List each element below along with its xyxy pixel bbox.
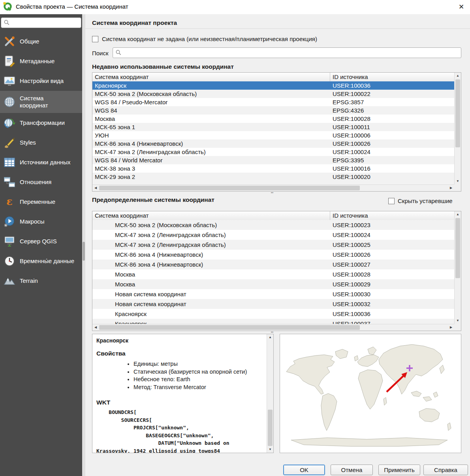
hide-deprecated-checkbox[interactable]: [388, 198, 395, 204]
table-row[interactable]: МСК-86 зона 4 (Нижневартовск)USER:100026: [92, 139, 454, 148]
crs-name-cell: WGS 84 / Pseudo-Mercator: [92, 98, 330, 106]
close-button[interactable]: ✕: [455, 1, 468, 13]
crs-id-cell: USER:100028: [330, 269, 454, 279]
scrollbar-thumb[interactable]: [99, 186, 360, 190]
sidebar-item-terrain[interactable]: Terrain: [0, 271, 82, 291]
sidebar-item-variables[interactable]: εПеременные: [0, 192, 82, 212]
sidebar-item-view-settings[interactable]: Настройки вида: [0, 71, 82, 91]
table-row[interactable]: МСК-47 зона 2 (Ленинградская область)USE…: [92, 230, 454, 240]
column-header-crs[interactable]: Система координат: [92, 73, 330, 81]
table-row[interactable]: МоскваUSER:100029: [92, 279, 454, 289]
table-row[interactable]: МСК-50 зона 2 (Московская область)USER:1…: [92, 220, 454, 230]
table-row[interactable]: МСК-65 зона 1USER:100011: [92, 123, 454, 131]
vertical-scrollbar[interactable]: ▲ ▼: [454, 211, 461, 324]
horizontal-scrollbar[interactable]: ◀ ▶: [92, 184, 454, 191]
search-icon: [115, 49, 122, 56]
scroll-down-icon[interactable]: ▼: [267, 446, 273, 453]
cancel-button[interactable]: Отмена: [331, 465, 373, 475]
table-row[interactable]: Новая система координатUSER:100032: [92, 299, 454, 309]
crs-id-cell: USER:100028: [330, 115, 454, 123]
scroll-left-icon[interactable]: ◀: [92, 324, 99, 331]
recent-table-header: Система координат ID источника: [92, 73, 454, 82]
scroll-left-icon[interactable]: ◀: [92, 185, 99, 191]
table-row[interactable]: МоскваUSER:100028: [92, 115, 454, 123]
crs-name-cell: Москва: [92, 115, 330, 123]
scrollbar-thumb[interactable]: [455, 218, 460, 278]
table-row[interactable]: МСК-29 зона 2USER:100020: [92, 173, 454, 181]
sidebar-item-general[interactable]: Общие: [0, 32, 82, 51]
crs-search-label: Поиск: [92, 50, 109, 56]
column-header-crs[interactable]: Система координат: [92, 211, 330, 220]
column-header-id[interactable]: ID источника: [330, 211, 454, 220]
table-row-partial: [92, 181, 454, 184]
sidebar-scrollbar-thumb[interactable]: [83, 242, 85, 261]
splitter-handle[interactable]: ••: [270, 192, 274, 196]
scroll-right-icon[interactable]: ▶: [448, 185, 454, 191]
sidebar-item-label: Переменные: [20, 198, 55, 205]
table-row[interactable]: УЮНUSER:100006: [92, 131, 454, 139]
table-row[interactable]: КрасноярскUSER:100036: [92, 81, 454, 90]
crs-search-input[interactable]: [113, 47, 461, 58]
recent-crs-table: Система координат ID источника Красноярс…: [92, 72, 461, 192]
table-row[interactable]: Новая система координатUSER:100030: [92, 289, 454, 299]
sidebar-item-qgis-server[interactable]: Сервер QGIS: [0, 231, 82, 251]
horizontal-scrollbar[interactable]: ◀ ▶: [92, 324, 454, 331]
sidebar-item-macros[interactable]: Макросы: [0, 212, 82, 231]
predefined-crs-title: Предопределенные системы координат: [92, 196, 214, 203]
table-row[interactable]: МСК-38 зона 3USER:100016: [92, 164, 454, 173]
scroll-down-icon[interactable]: ▼: [455, 318, 461, 324]
sidebar-item-crs[interactable]: Система координат: [0, 91, 82, 113]
predefined-table-header: Система координат ID источника: [92, 211, 454, 220]
sidebar-item-styles[interactable]: Styles: [0, 133, 82, 152]
world-map: [280, 334, 461, 453]
table-row[interactable]: WGS 84 / Pseudo-MercatorEPSG:3857: [92, 98, 454, 106]
table-row[interactable]: МСК-47 зона 2 (Ленинградская область)USE…: [92, 240, 454, 250]
wkt-title: WKT: [96, 399, 263, 406]
sidebar-search-input[interactable]: [1, 17, 81, 28]
crs-id-cell: USER:100024: [330, 148, 454, 156]
ok-button[interactable]: OK: [283, 465, 325, 475]
globe-icon: [3, 96, 16, 108]
apply-button[interactable]: Применить: [378, 465, 420, 475]
crs-name-cell: WGS 84 / World Mercator: [92, 156, 330, 164]
macros-icon: [3, 215, 16, 228]
table-row[interactable]: WGS 84 / World MercatorEPSG:3395: [92, 156, 454, 164]
scroll-up-icon[interactable]: ▲: [455, 73, 461, 79]
main-content: Система координат проекта Система коорди…: [85, 14, 470, 476]
table-row[interactable]: WGS 84EPSG:4326: [92, 106, 454, 115]
asia: [379, 344, 443, 394]
column-header-id[interactable]: ID источника: [330, 73, 454, 81]
property-item: Метод: Transverse Mercator: [133, 384, 263, 391]
table-row[interactable]: МСК-86 зона 4 (Нижневартовск)USER:100027: [92, 260, 454, 269]
vertical-scrollbar[interactable]: ▲ ▼: [267, 334, 273, 453]
help-button[interactable]: Справка: [423, 465, 468, 475]
no-crs-label: Система координат не задана (или неизвес…: [102, 36, 317, 42]
table-row[interactable]: КрасноярскUSER:100036: [92, 309, 454, 319]
table-row[interactable]: МСК-50 зона 2 (Московская область)USER:1…: [92, 90, 454, 98]
scrollbar-thumb[interactable]: [268, 410, 273, 446]
table-row[interactable]: МСК-86 зона 4 (Нижневартовск)USER:100026: [92, 250, 454, 260]
view-icon: [3, 75, 16, 87]
sidebar-scrollbar[interactable]: [82, 14, 85, 476]
scroll-down-icon[interactable]: ▼: [455, 178, 461, 184]
table-row[interactable]: МСК-47 зона 2 (Ленинградская область)USE…: [92, 148, 454, 156]
scrollbar-thumb[interactable]: [99, 325, 360, 330]
search-icon: [4, 19, 10, 26]
sidebar-item-label: Временны́е данные: [20, 258, 74, 265]
sidebar-item-transformations[interactable]: Трансформации: [0, 113, 82, 133]
table-row[interactable]: МоскваUSER:100028: [92, 269, 454, 279]
indonesia: [423, 397, 432, 401]
sidebar-item-relations[interactable]: Отношения: [0, 172, 82, 192]
sidebar-item-temporal[interactable]: Временны́е данные: [0, 251, 82, 271]
crs-id-cell: USER:100023: [330, 220, 454, 230]
vertical-scrollbar[interactable]: ▲ ▼: [454, 73, 461, 184]
sidebar-item-metadata[interactable]: Метаданные: [0, 51, 82, 71]
scrollbar-thumb[interactable]: [455, 79, 460, 147]
scroll-right-icon[interactable]: ▶: [448, 324, 454, 331]
sidebar-item-data-sources[interactable]: Источники данных: [0, 152, 82, 172]
table-row[interactable]: КрасноярскUSER:100037: [92, 319, 454, 324]
scroll-up-icon[interactable]: ▲: [267, 334, 273, 341]
no-crs-checkbox[interactable]: [92, 36, 98, 42]
scroll-up-icon[interactable]: ▲: [455, 211, 461, 218]
crs-name-cell: Новая система координат: [92, 299, 330, 309]
